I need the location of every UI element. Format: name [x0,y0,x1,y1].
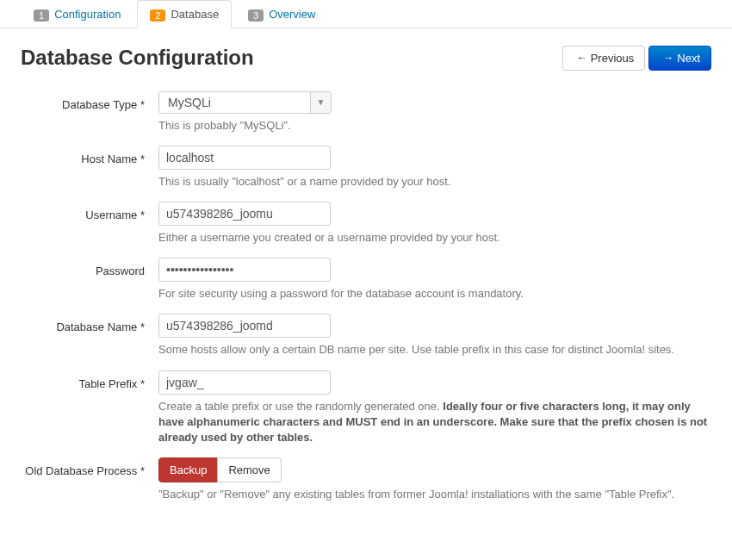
tab-database[interactable]: 2Database [137,0,232,28]
arrow-right-icon: → [663,52,673,64]
password-input[interactable] [158,258,331,282]
username-input[interactable] [158,202,331,226]
old-db-remove[interactable]: Remove [217,457,281,482]
password-label: Password [21,258,158,302]
prefix-input[interactable] [158,370,331,395]
tab-configuration[interactable]: 1Configuration [21,0,133,28]
previous-label: Previous [591,52,635,65]
host-help: This is usually "localhost" or a name pr… [158,174,710,190]
db-name-help: Some hosts allow only a certain DB name … [158,342,710,358]
db-type-help: This is probably "MySQLi". [158,118,710,134]
tab-badge: 3 [248,9,264,22]
tab-label: Overview [269,8,315,21]
db-type-label: Database Type * [21,91,158,134]
old-db-radio: Backup Remove [158,457,282,482]
username-help: Either a username you created or a usern… [158,230,710,246]
username-label: Username * [21,202,158,246]
tab-badge: 1 [34,9,49,22]
chevron-down-icon: ▼ [310,92,331,113]
old-db-label: Old Database Process * [21,457,158,502]
old-db-backup[interactable]: Backup [158,457,218,482]
tab-label: Configuration [54,8,121,21]
next-button[interactable]: →Next [648,46,711,71]
old-db-help: "Backup" or "Remove" any existing tables… [158,487,710,502]
page-title: Database Configuration [21,46,254,70]
nav-buttons: ←Previous →Next [559,46,711,71]
password-help: For site security using a password for t… [158,286,710,302]
install-tabs: 1Configuration 2Database 3Overview [0,0,732,28]
db-type-value: MySQLi [159,92,310,113]
tab-label: Database [171,8,219,21]
host-label: Host Name * [21,146,158,190]
tab-overview[interactable]: 3Overview [235,0,328,28]
tab-badge: 2 [150,9,165,22]
db-name-input[interactable] [158,314,331,338]
db-name-label: Database Name * [21,314,158,358]
previous-button[interactable]: ←Previous [562,46,646,71]
prefix-label: Table Prefix * [21,370,158,446]
arrow-left-icon: ← [577,52,587,64]
db-type-select[interactable]: MySQLi ▼ [158,91,332,114]
host-input[interactable] [158,146,331,170]
next-label: Next [677,52,700,65]
prefix-help: Create a table prefix or use the randoml… [158,399,710,446]
